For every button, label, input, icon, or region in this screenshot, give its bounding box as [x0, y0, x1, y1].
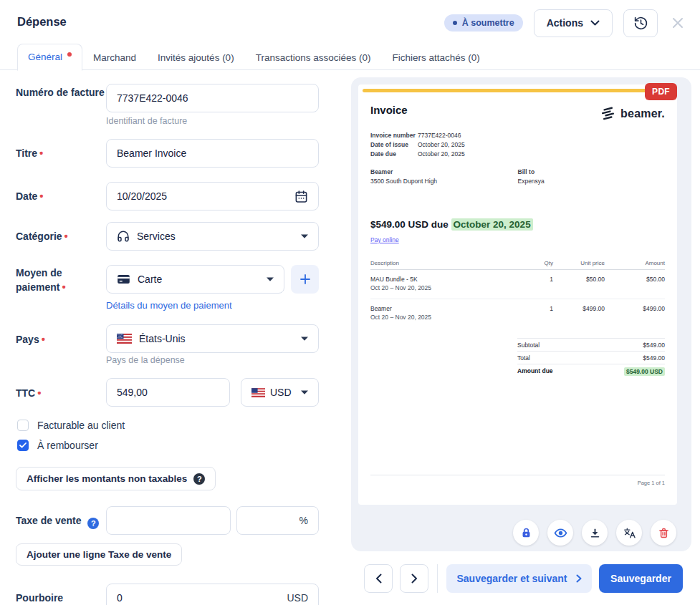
reimbursable-checkbox[interactable]: [17, 440, 29, 451]
show-nontaxable-button[interactable]: Afficher les montants non taxables ?: [16, 467, 216, 490]
invoice-due-line: $549.00 USD due October 20, 2025: [370, 219, 665, 230]
close-icon: [671, 16, 684, 29]
payment-method-select[interactable]: Carte: [106, 265, 284, 294]
chevron-right-icon: [411, 573, 418, 584]
pdf-page: Invoice beamer. Invoice number7737E422-0…: [358, 84, 677, 505]
footer-divider: [437, 564, 438, 593]
tab-fichiers[interactable]: Fichiers attachés (0): [381, 45, 490, 70]
save-and-next-button[interactable]: Sauvegarder et suivant: [446, 564, 592, 593]
chevron-down-icon: [590, 20, 600, 26]
currency-select[interactable]: USD: [241, 378, 319, 407]
lock-icon: [520, 527, 532, 539]
delete-button[interactable]: [651, 520, 676, 546]
pdf-badge: PDF: [645, 83, 677, 100]
status-badge: À soumettre: [444, 14, 523, 32]
help-icon[interactable]: ?: [87, 518, 99, 529]
history-icon: [633, 16, 648, 31]
reimbursable-checkbox-label: À rembourser: [37, 440, 98, 451]
country-label: Pays•: [16, 332, 105, 347]
amount-input[interactable]: [106, 378, 230, 407]
show-nontaxable-label: Afficher les montants non taxables: [27, 473, 187, 484]
required-marker: •: [42, 333, 45, 345]
help-icon[interactable]: ?: [193, 473, 205, 485]
title-label: Titre•: [16, 146, 105, 160]
country-helper: Pays de la dépense: [106, 355, 185, 365]
reimbursable-checkbox-row[interactable]: À rembourser: [17, 440, 98, 451]
table-row: BeamerOct 20 – Nov 20, 2025 1 $499.00 $4…: [370, 299, 665, 328]
date-input[interactable]: [106, 182, 319, 210]
payment-details-link[interactable]: Détails du moyen de paiement: [106, 300, 232, 311]
save-and-next-label: Sauvegarder et suivant: [456, 573, 567, 584]
status-badge-label: À soumettre: [462, 18, 514, 28]
tip-input-field[interactable]: [117, 592, 281, 604]
chevron-down-icon: [301, 337, 308, 341]
required-marker: •: [62, 281, 65, 293]
invoice-number-input[interactable]: [106, 84, 319, 112]
tab-marchand[interactable]: Marchand: [82, 45, 147, 70]
unsaved-dot-icon: [67, 52, 72, 57]
country-select[interactable]: États-Unis: [106, 324, 319, 353]
amount-due-highlight: $549.00 USD: [624, 367, 665, 376]
tab-general-label: Général: [28, 52, 62, 62]
download-button[interactable]: [582, 520, 608, 546]
header-actions: À soumettre Actions: [444, 9, 684, 37]
lock-button[interactable]: [513, 520, 539, 546]
date-input-field[interactable]: [117, 190, 294, 202]
required-marker: •: [37, 387, 41, 399]
invoice-meta: Invoice number7737E422-0046 Date of issu…: [370, 131, 665, 159]
pay-online-link[interactable]: Pay online: [370, 236, 399, 243]
add-tax-line-label: Ajouter une ligne Taxe de vente: [27, 549, 171, 560]
download-icon: [589, 527, 601, 539]
translate-button[interactable]: [616, 520, 642, 546]
invoice-line-items: Description Qty Unit price Amount MAU Bu…: [370, 260, 665, 328]
tab-bar: Général Marchand Invités ajoutés (0) Tra…: [17, 44, 491, 70]
headphones-icon: [117, 230, 130, 243]
calendar-icon[interactable]: [294, 190, 308, 203]
tip-currency-suffix: USD: [287, 592, 308, 604]
tab-transactions[interactable]: Transactions associées (0): [245, 45, 382, 70]
sales-tax-rate-field[interactable]: [247, 515, 294, 526]
add-payment-method-button[interactable]: [291, 265, 319, 294]
plus-icon: [299, 274, 311, 285]
page-title: Dépense: [17, 15, 67, 29]
vendor-name: beamer.: [620, 107, 665, 120]
payment-method-label: Moyen de paiement•: [16, 266, 105, 294]
billable-checkbox[interactable]: [17, 420, 29, 431]
tab-invites[interactable]: Invités ajoutés (0): [147, 45, 245, 70]
add-tax-line-button[interactable]: Ajouter une ligne Taxe de vente: [16, 543, 182, 566]
translate-icon: [623, 526, 636, 540]
vendor-logo: beamer.: [600, 105, 665, 122]
history-button[interactable]: [623, 9, 658, 37]
preview-eye-button[interactable]: [547, 520, 573, 546]
next-expense-button[interactable]: [400, 564, 428, 593]
chevron-left-icon: [375, 573, 382, 584]
check-icon: [19, 442, 27, 448]
invoice-footer: Page 1 of 1: [370, 475, 665, 486]
billable-checkbox-label: Facturable au client: [37, 420, 125, 431]
beamer-logo-icon: [600, 105, 616, 122]
country-value: États-Unis: [139, 333, 186, 344]
date-label: Date•: [16, 189, 105, 203]
close-button[interactable]: [671, 16, 684, 29]
previous-expense-button[interactable]: [364, 564, 393, 593]
title-input[interactable]: [106, 139, 319, 168]
category-select[interactable]: Services: [106, 222, 319, 251]
sales-tax-amount-input[interactable]: [106, 506, 231, 535]
document-preview-panel: PDF Invoice beamer. Invoice number7737E4…: [351, 77, 691, 551]
preview-toolbar: [513, 520, 676, 546]
sales-tax-rate-input[interactable]: %: [236, 506, 319, 535]
currency-value: USD: [270, 387, 292, 398]
chevron-down-icon: [267, 277, 274, 281]
tip-label: Pourboire: [16, 591, 105, 605]
due-date-highlight: October 20, 2025: [451, 218, 533, 231]
save-button[interactable]: Sauvegarder: [599, 564, 683, 593]
billable-checkbox-row[interactable]: Facturable au client: [17, 420, 125, 431]
actions-button-label: Actions: [547, 17, 583, 29]
footer-action-bar: Sauvegarder et suivant Sauvegarder: [364, 564, 683, 593]
tab-general[interactable]: Général: [17, 44, 82, 71]
actions-button[interactable]: Actions: [534, 9, 613, 37]
expense-modal: Dépense À soumettre Actions Général: [0, 0, 700, 605]
tip-input[interactable]: USD: [106, 584, 319, 605]
us-flag-icon: [251, 388, 265, 397]
required-marker: •: [39, 147, 43, 159]
